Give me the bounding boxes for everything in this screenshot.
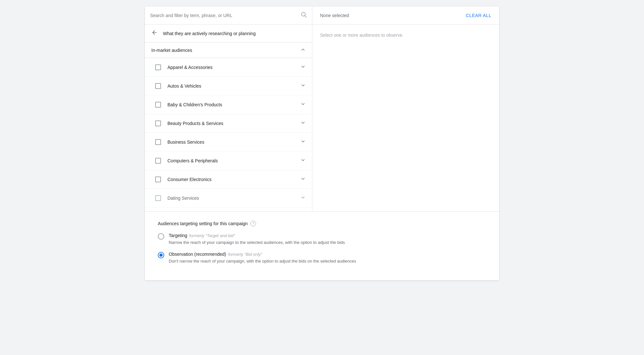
list-item[interactable]: Baby & Children's Products [145, 95, 312, 114]
targeting-sub-label: formerly "Target and bid" [189, 233, 235, 238]
search-bar: None selected CLEAR ALL [145, 6, 499, 24]
search-input[interactable] [150, 13, 300, 18]
category-label: Beauty Products & Services [167, 121, 298, 126]
search-left [145, 6, 312, 24]
chevron-down-icon [300, 101, 306, 108]
category-label: Consumer Electronics [167, 177, 298, 182]
category-label: Dating Services [167, 196, 298, 201]
none-selected-label: None selected [320, 13, 349, 18]
chevron-down-icon [300, 176, 306, 182]
category-label: Autos & Vehicles [167, 83, 298, 89]
back-header[interactable]: What they are actively researching or pl… [145, 24, 312, 43]
right-panel: Select one or more audiences to observe. [312, 24, 499, 211]
targeting-desc: Narrow the reach of your campaign to the… [169, 239, 345, 246]
category-label: Computers & Peripherals [167, 158, 298, 163]
main-container: None selected CLEAR ALL What they are ac… [145, 6, 499, 280]
chevron-down-icon [300, 83, 306, 89]
observation-option-content: Observation (recommended) formerly "Bid … [169, 252, 356, 264]
main-content: What they are actively researching or pl… [145, 24, 499, 211]
targeting-main-label: Targeting [169, 233, 187, 238]
targeting-radio[interactable] [158, 233, 164, 240]
section-title: In-market audiences [151, 48, 192, 53]
targeting-label-row: Targeting formerly "Target and bid" [169, 233, 345, 238]
list-item[interactable]: Dating Services [145, 189, 312, 207]
targeting-option-content: Targeting formerly "Target and bid" Narr… [169, 233, 345, 246]
checkbox-consumer-electronics[interactable] [155, 177, 161, 182]
list-item[interactable]: Apparel & Accessories [145, 58, 312, 77]
search-icon [300, 11, 307, 19]
back-title: What they are actively researching or pl… [163, 31, 256, 36]
observation-main-label: Observation (recommended) [169, 252, 226, 257]
bottom-section: Audiences targeting setting for this cam… [145, 211, 499, 280]
chevron-down-icon [300, 120, 306, 126]
observation-option[interactable]: Observation (recommended) formerly "Bid … [158, 252, 486, 264]
category-label: Apparel & Accessories [167, 65, 298, 70]
list-item[interactable]: Beauty Products & Services [145, 114, 312, 133]
checkbox-computers[interactable] [155, 158, 161, 164]
category-label: Business Services [167, 139, 298, 145]
checkbox-apparel[interactable] [155, 64, 161, 70]
section-header[interactable]: In-market audiences [145, 43, 312, 58]
checkbox-dating[interactable] [155, 195, 161, 201]
observation-desc: Don't narrow the reach of your campaign,… [169, 258, 356, 264]
search-right: None selected CLEAR ALL [312, 6, 499, 24]
chevron-down-icon [300, 139, 306, 145]
observe-hint: Select one or more audiences to observe. [320, 33, 403, 38]
svg-line-1 [305, 16, 307, 17]
observation-sub-label: formerly "Bid only" [228, 252, 262, 257]
category-list: In-market audiences Apparel & Accessorie… [145, 43, 312, 211]
chevron-down-icon [300, 158, 306, 164]
help-icon[interactable]: ? [250, 221, 256, 226]
list-item[interactable]: Business Services [145, 133, 312, 151]
targeting-option[interactable]: Targeting formerly "Target and bid" Narr… [158, 233, 486, 246]
back-arrow-icon[interactable] [151, 29, 158, 37]
observation-radio[interactable] [158, 252, 164, 258]
list-item[interactable]: Consumer Electronics [145, 170, 312, 189]
targeting-title-row: Audiences targeting setting for this cam… [158, 221, 486, 226]
list-item[interactable]: Autos & Vehicles [145, 77, 312, 95]
checkbox-beauty[interactable] [155, 120, 161, 126]
targeting-section-title: Audiences targeting setting for this cam… [158, 221, 248, 226]
checkbox-baby[interactable] [155, 102, 161, 108]
chevron-down-icon [300, 195, 306, 201]
observation-label-row: Observation (recommended) formerly "Bid … [169, 252, 356, 257]
chevron-up-icon [300, 47, 306, 53]
checkbox-autos[interactable] [155, 83, 161, 89]
clear-all-button[interactable]: CLEAR ALL [466, 13, 491, 18]
left-panel: What they are actively researching or pl… [145, 24, 312, 211]
chevron-down-icon [300, 64, 306, 70]
checkbox-business[interactable] [155, 139, 161, 145]
list-item[interactable]: Computers & Peripherals [145, 151, 312, 170]
category-label: Baby & Children's Products [167, 102, 298, 107]
